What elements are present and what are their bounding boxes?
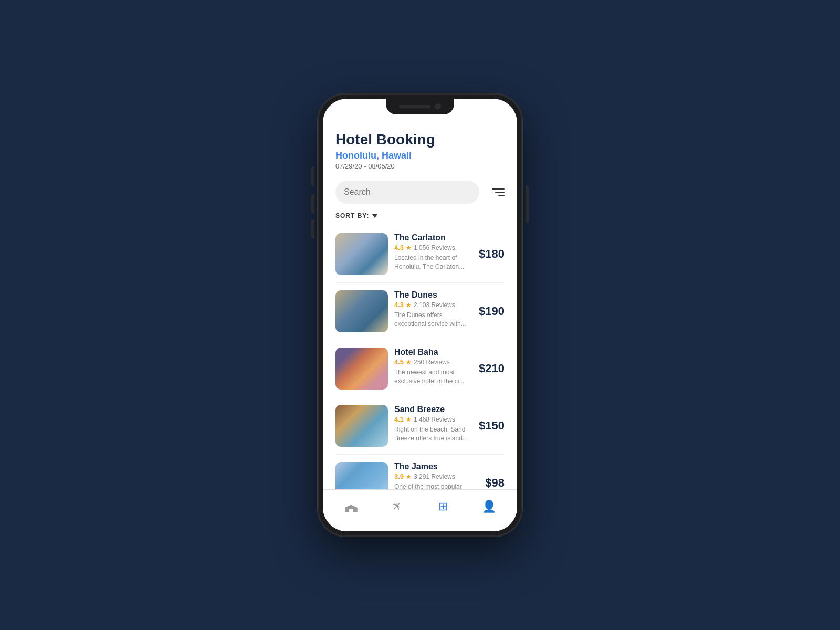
person-icon-shape: 👤 — [482, 500, 496, 513]
sort-row: SORT BY: — [335, 212, 505, 219]
hotel-rating-row-dunes: 4.3 ★ 2,103 Reviews — [394, 301, 472, 309]
hotel-price-james: $98 — [485, 476, 505, 489]
hotel-name-carlaton: The Carlaton — [394, 233, 472, 243]
hotel-card-dunes[interactable]: The Dunes 4.3 ★ 2,103 Reviews The Dunes … — [335, 283, 505, 340]
hotel-rating-james: 3.9 — [394, 472, 404, 480]
location-text: Honolulu, Hawaii — [335, 150, 505, 161]
hotel-reviews-james: 3,291 Reviews — [414, 473, 455, 480]
search-row — [335, 181, 505, 204]
star-icon-carlaton: ★ — [406, 244, 412, 251]
app-title: Hotel Booking — [335, 131, 505, 148]
hotel-price-baha: $210 — [479, 362, 505, 375]
hotel-name-dunes: The Dunes — [394, 290, 472, 300]
hotel-image-sandbreeze — [335, 405, 388, 447]
hotel-rating-row-james: 3.9 ★ 3,291 Reviews — [394, 472, 479, 480]
hotel-info-carlaton: The Carlaton 4.3 ★ 1,056 Reviews Located… — [394, 233, 472, 271]
hotel-info-baha: Hotel Baha 4.5 ★ 250 Reviews The newest … — [394, 348, 472, 386]
plane-icon-shape: ✈ — [389, 498, 405, 514]
nav-home[interactable] — [335, 495, 367, 518]
bottom-nav: ✈ ⊞ 👤 — [323, 489, 517, 531]
notch-speaker — [399, 105, 430, 108]
hotel-card-carlaton[interactable]: The Carlaton 4.3 ★ 1,056 Reviews Located… — [335, 226, 505, 283]
hotel-icon: ⊞ — [436, 499, 450, 514]
star-icon-sandbreeze: ★ — [406, 416, 412, 423]
home-icon — [344, 499, 359, 514]
hotel-card-baha[interactable]: Hotel Baha 4.5 ★ 250 Reviews The newest … — [335, 340, 505, 397]
hotel-price-dunes: $190 — [479, 304, 505, 318]
hotel-rating-row-carlaton: 4.3 ★ 1,056 Reviews — [394, 244, 472, 251]
hotel-reviews-baha: 250 Reviews — [414, 359, 450, 366]
hotel-price-sandbreeze: $150 — [479, 419, 505, 433]
dates-text: 07/29/20 - 08/05/20 — [335, 162, 505, 170]
hotel-icon-shape: ⊞ — [438, 500, 448, 513]
hotel-card-james[interactable]: The James 3.9 ★ 3,291 Reviews One of the… — [335, 455, 505, 489]
star-icon-baha: ★ — [406, 359, 412, 366]
hotel-name-james: The James — [394, 462, 479, 471]
nav-flight[interactable]: ✈ — [381, 495, 413, 518]
filter-line-3 — [498, 195, 505, 196]
home-icon-shape — [345, 501, 358, 512]
star-icon-james: ★ — [406, 473, 412, 480]
screen-content: Hotel Booking Honolulu, Hawaii 07/29/20 … — [323, 99, 517, 489]
hotel-reviews-sandbreeze: 1,468 Reviews — [414, 416, 455, 423]
flight-icon: ✈ — [390, 499, 404, 514]
filter-button[interactable] — [486, 183, 505, 202]
hotel-desc-james: One of the most popular hotels in the ci… — [394, 482, 479, 489]
hotel-rating-row-sandbreeze: 4.1 ★ 1,468 Reviews — [394, 415, 472, 423]
sort-chevron-icon[interactable] — [372, 214, 377, 218]
hotel-card-sandbreeze[interactable]: Sand Breeze 4.1 ★ 1,468 Reviews Right on… — [335, 397, 505, 455]
hotel-image-baha — [335, 348, 388, 390]
hotel-price-carlaton: $180 — [479, 247, 505, 261]
hotel-rating-row-baha: 4.5 ★ 250 Reviews — [394, 358, 472, 366]
hotel-desc-carlaton: Located in the heart of Honolulu, The Ca… — [394, 254, 472, 271]
nav-profile[interactable]: 👤 — [473, 495, 505, 518]
notch-camera — [435, 103, 441, 110]
hotel-image-carlaton — [335, 233, 388, 275]
filter-line-2 — [495, 192, 505, 193]
hotel-rating-sandbreeze: 4.1 — [394, 415, 404, 423]
hotel-desc-dunes: The Dunes offers exceptional service wit… — [394, 311, 472, 329]
star-icon-dunes: ★ — [406, 301, 412, 309]
phone-frame: Hotel Booking Honolulu, Hawaii 07/29/20 … — [318, 93, 522, 537]
hotel-info-dunes: The Dunes 4.3 ★ 2,103 Reviews The Dunes … — [394, 290, 472, 329]
sort-label: SORT BY: — [335, 212, 369, 219]
hotel-reviews-dunes: 2,103 Reviews — [414, 301, 455, 309]
phone-notch — [386, 99, 454, 114]
phone-screen: Hotel Booking Honolulu, Hawaii 07/29/20 … — [323, 99, 517, 531]
hotel-name-sandbreeze: Sand Breeze — [394, 405, 472, 414]
hotel-image-dunes — [335, 290, 388, 332]
hotel-name-baha: Hotel Baha — [394, 348, 472, 357]
hotel-desc-baha: The newest and most exclusive hotel in t… — [394, 368, 472, 386]
profile-icon: 👤 — [481, 499, 496, 514]
nav-hotel[interactable]: ⊞ — [427, 495, 459, 518]
hotel-rating-dunes: 4.3 — [394, 301, 404, 309]
hotel-list: The Carlaton 4.3 ★ 1,056 Reviews Located… — [335, 226, 505, 489]
filter-line-1 — [492, 188, 505, 190]
hotel-info-sandbreeze: Sand Breeze 4.1 ★ 1,468 Reviews Right on… — [394, 405, 472, 443]
hotel-image-james — [335, 462, 388, 489]
hotel-desc-sandbreeze: Right on the beach, Sand Breeze offers t… — [394, 425, 472, 443]
search-input[interactable] — [335, 181, 479, 204]
hotel-rating-baha: 4.5 — [394, 358, 404, 366]
hotel-info-james: The James 3.9 ★ 3,291 Reviews One of the… — [394, 462, 479, 489]
hotel-rating-carlaton: 4.3 — [394, 244, 404, 251]
hotel-reviews-carlaton: 1,056 Reviews — [414, 244, 455, 251]
